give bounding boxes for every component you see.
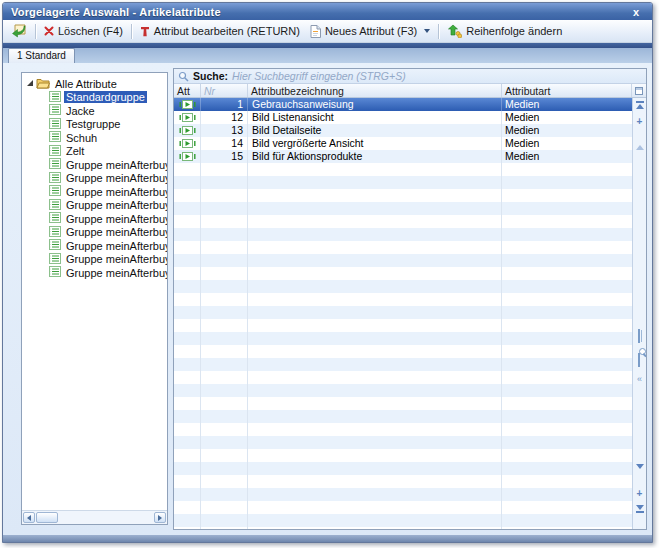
tab-standard[interactable]: 1 Standard [8, 48, 75, 63]
window-bottom-frame [3, 535, 652, 542]
grid-row-15[interactable]: 15Bild für AktionsprodukteMedien [174, 150, 632, 163]
grid-row-12[interactable]: 12Bild ListenansichtMedien [174, 111, 632, 124]
focus-row-icon[interactable]: + [637, 115, 643, 127]
media-attribute-icon [174, 150, 201, 163]
tree-item-label: Gruppe meinAfterbuy ART00081 [64, 253, 167, 265]
tree-item-gruppe-meinafterbuy-art00082[interactable]: Gruppe meinAfterbuy ART00082 [22, 266, 167, 280]
grid-empty-row [174, 332, 632, 345]
media-attribute-icon [174, 124, 201, 137]
cell-attributbezeichnung: Bild Detailseite [248, 124, 502, 137]
column-chooser-button[interactable] [632, 84, 646, 97]
cell-nr: 13 [201, 124, 248, 137]
grid-row-14[interactable]: 14Bild vergrößerte AnsichtMedien [174, 137, 632, 150]
scrollbar-thumb[interactable] [36, 512, 58, 523]
tab-strip: 1 Standard [3, 48, 652, 63]
cell-attributart: Medien [502, 111, 632, 124]
delete-x-icon [44, 26, 54, 36]
scroll-up-icon[interactable] [636, 133, 644, 145]
list-view-icon[interactable] [638, 354, 640, 366]
tree-item-label: Gruppe meinAfterbuy ART00079 [64, 226, 167, 238]
media-attribute-icon [174, 137, 201, 150]
last-row-icon[interactable] [636, 505, 644, 513]
toolbar-button-delete[interactable]: Löschen (F4) [39, 21, 128, 41]
grid-empty-row [174, 215, 632, 228]
first-row-icon[interactable] [636, 101, 644, 109]
tree-item-label: Gruppe meinAfterbuy ART00078 [64, 213, 167, 225]
grid-empty-row [174, 306, 632, 319]
scroll-right-icon [158, 515, 162, 521]
tree-item-label: Gruppe meinAfterbuy ART00082 [64, 267, 167, 279]
tree-item-gruppe-meinafterbuy-art00081[interactable]: Gruppe meinAfterbuy ART00081 [22, 253, 167, 267]
tree-item-testgruppe[interactable]: Testgruppe [22, 118, 167, 132]
grid-empty-row [174, 397, 632, 410]
attribute-grid-panel: Suche: Hier Suchbegriff eingeben (STRG+S… [173, 68, 647, 530]
grid-empty-row [174, 358, 632, 371]
grid-empty-row [174, 280, 632, 293]
close-button[interactable]: x [628, 6, 644, 18]
attribute-group-icon [49, 253, 64, 266]
grid-row-1[interactable]: 1GebrauchsanweisungMedien [174, 98, 632, 111]
grid-empty-row [174, 345, 632, 358]
tree-item-label: Gruppe meinAfterbuy ART00076 [64, 199, 167, 211]
toolbar-button-export[interactable] [6, 21, 32, 41]
attribute-group-icon [49, 91, 64, 104]
tree-item-schuh[interactable]: Schuh [22, 131, 167, 145]
side-strip-top-group: + [636, 101, 644, 145]
cell-attributbezeichnung: Bild vergrößerte Ansicht [248, 137, 502, 150]
grid-empty-row [174, 501, 632, 514]
attribute-group-icon [49, 212, 64, 225]
tree-item-gruppe-meinafterbuy-art00079[interactable]: Gruppe meinAfterbuy ART00079 [22, 226, 167, 240]
toolbar-button-reorder[interactable]: Reihenfolge ändern [442, 21, 567, 41]
column-header-attributbezeichnung[interactable]: Attributbezeichnung [248, 84, 502, 97]
tree-root-alle-attribute[interactable]: Alle Attribute [22, 77, 167, 91]
grid-empty-row [174, 241, 632, 254]
grid-row-13[interactable]: 13Bild DetailseiteMedien [174, 124, 632, 137]
tree-expander-icon[interactable] [27, 80, 33, 86]
grid-empty-row [174, 462, 632, 475]
edit-attribute-icon [140, 26, 150, 37]
cell-attributart: Medien [502, 124, 632, 137]
grid-empty-row [174, 176, 632, 189]
tree-item-gruppe-meinafterbuy-art00074[interactable]: Gruppe meinAfterbuy ART00074 [22, 172, 167, 186]
focus-row-icon[interactable]: + [637, 487, 643, 499]
toolbar-button-new[interactable]: Neues Attribut (F3) [305, 21, 435, 41]
search-bar[interactable]: Suche: Hier Suchbegriff eingeben (STRG+S… [174, 69, 646, 84]
attribute-group-icon [49, 185, 64, 198]
scroll-left-button[interactable] [23, 512, 35, 523]
tree-horizontal-scrollbar[interactable] [22, 510, 167, 524]
toolbar-button-label: Neues Attribut (F3) [325, 25, 417, 37]
cell-attributbezeichnung: Bild für Aktionsprodukte [248, 150, 502, 163]
jump-icon[interactable]: « [637, 372, 642, 384]
tree-item-gruppe-meinafterbuy-art00076[interactable]: Gruppe meinAfterbuy ART00076 [22, 199, 167, 213]
tree-item-label: Standardgruppe [64, 91, 147, 103]
dropdown-arrow-icon[interactable] [424, 29, 430, 33]
grid-side-strip: + « + [632, 98, 646, 529]
tree-item-zelt[interactable]: Zelt [22, 145, 167, 159]
tree-item-gruppe-meinafterbuy-art00080[interactable]: Gruppe meinAfterbuy ART00080 [22, 239, 167, 253]
grid-empty-row [174, 267, 632, 280]
tree-item-jacke[interactable]: Jacke [22, 104, 167, 118]
grid-view-icon[interactable] [638, 330, 640, 342]
dialog-window: Vorgelagerte Auswahl - Artikelattribute … [2, 2, 653, 543]
column-chooser-icon [635, 87, 643, 95]
tree-item-label: Schuh [64, 132, 99, 144]
grid-empty-row [174, 488, 632, 501]
tree-item-gruppe-meinafterbuy-art00075[interactable]: Gruppe meinAfterbuy ART00075 [22, 185, 167, 199]
window-title: Vorgelagerte Auswahl - Artikelattribute [11, 6, 628, 18]
scroll-right-button[interactable] [154, 512, 166, 523]
column-header-nr[interactable]: Nr [201, 84, 248, 97]
folder-export-icon [11, 24, 27, 38]
scroll-down-icon[interactable] [636, 469, 644, 481]
toolbar: Löschen (F4)Attribut bearbeiten (RETURN)… [3, 20, 652, 43]
toolbar-button-edit[interactable]: Attribut bearbeiten (RETURN) [135, 21, 305, 41]
tree-item-gruppe-meinafterbuy-art00073[interactable]: Gruppe meinAfterbuy ART00073 [22, 158, 167, 172]
column-header-attributart[interactable]: Attributart [502, 84, 632, 97]
grid-empty-row [174, 527, 632, 529]
folder-icon [36, 78, 50, 89]
tree-item-gruppe-meinafterbuy-art00078[interactable]: Gruppe meinAfterbuy ART00078 [22, 212, 167, 226]
tree-item-standardgruppe[interactable]: Standardgruppe [22, 91, 167, 105]
column-header-att[interactable]: Att [174, 84, 201, 97]
media-attribute-icon [174, 98, 201, 111]
cell-attributbezeichnung: Bild Listenansicht [248, 111, 502, 124]
grid-empty-row [174, 163, 632, 176]
